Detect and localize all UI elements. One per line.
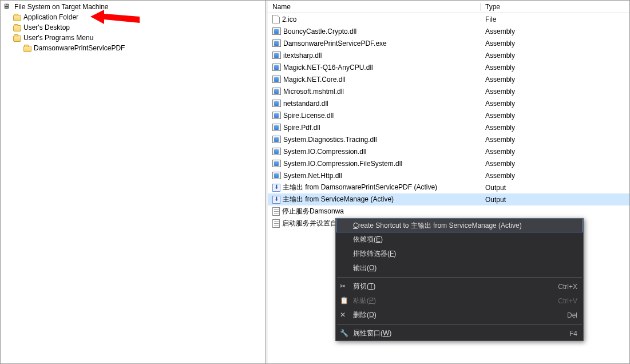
ctx-paste: 📋 粘贴(P) Ctrl+V — [336, 294, 583, 308]
file-row[interactable]: 2.icoFile — [268, 13, 629, 25]
dll-icon — [272, 160, 281, 167]
folder-icon — [23, 46, 31, 52]
file-name: Magick.NET-Q16-AnyCPU.dll — [283, 64, 373, 72]
file-icon — [272, 15, 280, 23]
file-row[interactable]: System.IO.Compression.FileSystem.dllAsse… — [268, 157, 629, 169]
context-menu: Create Shortcut to 主输出 from ServiceManag… — [335, 218, 584, 341]
file-row[interactable]: BouncyCastle.Crypto.dllAssembly — [268, 25, 629, 37]
file-row[interactable]: System.Net.Http.dllAssembly — [268, 169, 629, 181]
tree-item-label: User's Programs Menu — [23, 34, 93, 42]
file-name: Spire.License.dll — [283, 112, 334, 120]
ctx-shortcut: Ctrl+V — [558, 297, 577, 305]
tree-item-label: User's Desktop — [23, 23, 70, 31]
dll-icon — [272, 148, 281, 155]
tree-item-users-programs-menu[interactable]: User's Programs Menu — [3, 33, 263, 43]
column-header-type[interactable]: Type — [481, 3, 629, 11]
file-name: System.Net.Http.dll — [283, 172, 342, 180]
file-row[interactable]: Magick.NET-Q16-AnyCPU.dllAssembly — [268, 61, 629, 73]
ctx-separator — [337, 324, 582, 325]
tree-root[interactable]: File System on Target Machine — [3, 2, 263, 12]
ctx-delete[interactable]: ✕ 删除(D) Del — [336, 308, 583, 322]
cut-icon: ✂ — [340, 282, 348, 290]
file-type: Assembly — [481, 172, 629, 180]
file-type: Assembly — [481, 160, 629, 168]
ctx-shortcut: F4 — [569, 330, 577, 338]
ctx-label: 排除筛选器(F) — [353, 249, 396, 259]
ctx-dependencies[interactable]: 依赖项(E) — [336, 232, 583, 247]
file-type: Assembly — [481, 64, 629, 72]
output-icon — [272, 196, 280, 204]
dll-icon — [272, 27, 281, 35]
dll-icon — [272, 172, 281, 179]
file-name: 2.ico — [282, 15, 296, 23]
output-icon — [272, 184, 280, 192]
ctx-create-shortcut[interactable]: Create Shortcut to 主输出 from ServiceManag… — [336, 219, 583, 232]
file-row[interactable]: 主输出 from ServiceManage (Active)Output — [268, 193, 629, 205]
ctx-shortcut: Del — [567, 311, 577, 319]
dll-icon — [272, 52, 281, 59]
ctx-properties[interactable]: 🔧 属性窗口(W) F4 — [336, 326, 583, 341]
file-name: DamsonwarePrintServicePDF.exe — [283, 39, 387, 48]
tree-item-damsonware[interactable]: DamsonwarePrintServicePDF — [3, 43, 263, 53]
tree-item-label: Application Folder — [23, 13, 78, 21]
file-type: Assembly — [481, 88, 629, 96]
ctx-cut[interactable]: ✂ 剪切(T) Ctrl+X — [336, 279, 583, 294]
file-row[interactable]: Magick.NET.Core.dllAssembly — [268, 73, 629, 85]
folder-icon — [13, 15, 21, 21]
file-type: Assembly — [481, 27, 629, 35]
paste-icon: 📋 — [340, 296, 348, 304]
file-type: Assembly — [481, 124, 629, 132]
file-type: Assembly — [481, 39, 629, 48]
ctx-label: 剪切(T) — [353, 282, 375, 291]
file-row[interactable]: Spire.Pdf.dllAssembly — [268, 121, 629, 133]
file-row[interactable]: Microsoft.mshtml.dllAssembly — [268, 85, 629, 97]
tree-item-label: DamsonwarePrintServicePDF — [34, 44, 125, 52]
file-name: 停止服务Damsonwa — [282, 207, 344, 216]
file-type: Assembly — [481, 148, 629, 156]
dll-icon — [272, 136, 281, 143]
ctx-label: 删除(D) — [353, 310, 377, 320]
file-type: Assembly — [481, 100, 629, 108]
file-name: 主输出 from ServiceManage (Active) — [283, 195, 394, 204]
file-type: Assembly — [481, 136, 629, 144]
file-row[interactable]: DamsonwarePrintServicePDF.exeAssembly — [268, 37, 629, 49]
file-name: Magick.NET.Core.dll — [283, 76, 346, 84]
tree-pane[interactable]: File System on Target Machine Applicatio… — [1, 1, 266, 363]
file-row[interactable]: 主输出 from DamsonwarePrintServicePDF (Acti… — [268, 181, 629, 193]
ctx-outputs[interactable]: 输出(O) — [336, 261, 583, 275]
file-type: Assembly — [481, 112, 629, 120]
dll-icon — [272, 112, 281, 119]
delete-icon: ✕ — [340, 311, 348, 319]
dll-icon — [272, 88, 281, 95]
tree-item-users-desktop[interactable]: User's Desktop — [3, 22, 263, 33]
dll-icon — [272, 100, 281, 107]
ctx-separator — [337, 277, 582, 278]
dll-icon — [272, 64, 281, 71]
file-row[interactable]: System.IO.Compression.dllAssembly — [268, 145, 629, 157]
file-row[interactable]: itextsharp.dllAssembly — [268, 49, 629, 61]
file-name: 启动服务并设置自动 — [282, 219, 344, 228]
file-name: Microsoft.mshtml.dll — [283, 88, 344, 96]
file-type: Assembly — [481, 52, 629, 60]
file-row[interactable]: netstandard.dllAssembly — [268, 97, 629, 109]
file-type: Output — [481, 196, 629, 204]
tree-item-application-folder[interactable]: Application Folder — [3, 12, 263, 22]
ctx-label: 粘贴(P) — [353, 296, 376, 306]
file-name: 主输出 from DamsonwarePrintServicePDF (Acti… — [283, 183, 437, 192]
file-name: itextsharp.dll — [283, 52, 322, 60]
ctx-label: 输出(O) — [353, 263, 377, 273]
ctx-exclude-filter[interactable]: 排除筛选器(F) — [336, 247, 583, 261]
file-row[interactable]: 停止服务Damsonwa — [268, 205, 629, 217]
file-name: System.IO.Compression.dll — [283, 148, 366, 156]
dll-icon — [272, 39, 281, 47]
file-row[interactable]: System.Diagnostics.Tracing.dllAssembly — [268, 133, 629, 145]
file-type: File — [481, 15, 629, 23]
column-header-name[interactable]: Name — [268, 3, 481, 11]
file-type: Assembly — [481, 76, 629, 84]
ctx-label: 属性窗口(W) — [353, 329, 391, 338]
doc-icon — [272, 219, 280, 228]
ctx-shortcut: Ctrl+X — [558, 283, 577, 291]
list-header: Name Type — [268, 1, 629, 13]
file-row[interactable]: Spire.License.dllAssembly — [268, 109, 629, 121]
doc-icon — [272, 207, 280, 216]
